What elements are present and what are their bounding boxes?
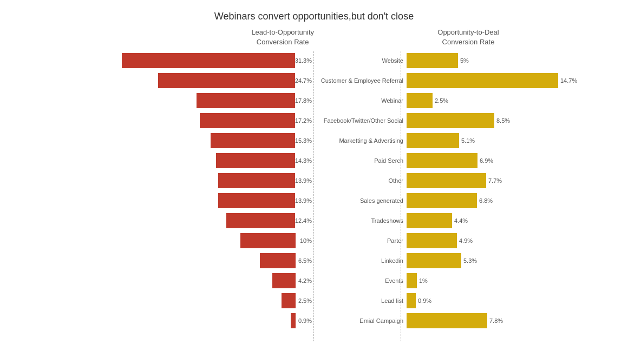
- left-bar-value: 31.3%: [295, 57, 312, 64]
- left-bar-value: 2.5%: [296, 297, 312, 304]
- left-bar-value: 12.4%: [295, 217, 312, 224]
- right-bar-value: 2.5%: [435, 97, 448, 104]
- right-category-label: Paid Serch: [314, 157, 403, 164]
- left-bar: [218, 193, 295, 208]
- right-title-line1: Opportunity-to-Deal: [437, 28, 499, 36]
- left-bar: [272, 273, 296, 288]
- right-bar-value: 7.7%: [488, 177, 502, 184]
- left-bar: [216, 153, 295, 168]
- right-category-label: Linkedin: [314, 257, 403, 264]
- right-bar-value: 4.9%: [459, 237, 473, 244]
- right-bar-value: 14.7%: [560, 77, 577, 84]
- right-category-label: Facebook/Twitter/Other Social: [314, 117, 403, 124]
- left-bar-row: 17.8%: [5, 91, 314, 110]
- left-title-line1: Lead-to-Opportunity: [251, 28, 314, 36]
- left-bar: [197, 93, 295, 108]
- right-bar-value: 1%: [419, 277, 428, 284]
- right-bar: [407, 133, 459, 148]
- left-bar-row: 17.2%: [5, 111, 314, 130]
- main-title: Webinars convert opportunities,but don't…: [5, 11, 623, 22]
- right-category-label: Customer & Employee Referral: [314, 77, 403, 84]
- right-bar-value: 5%: [460, 57, 469, 64]
- left-bar-value: 10%: [296, 237, 312, 244]
- charts-wrapper: Lead-to-Opportunity Conversion Rate 31.3…: [5, 28, 623, 341]
- right-category-label: Emial Campaign: [314, 317, 403, 324]
- left-bar-row: 4.2%: [5, 272, 314, 290]
- right-bar: [407, 253, 461, 268]
- left-bar: [260, 253, 296, 268]
- right-bar-row: Marketting & Advertising 5.1%: [314, 131, 623, 150]
- right-bar: [407, 113, 494, 128]
- right-category-label: Lead list: [314, 297, 403, 304]
- left-bar-row: 15.3%: [5, 131, 314, 150]
- right-title-line2: Conversion Rate: [442, 38, 495, 46]
- right-category-label: Parter: [314, 237, 403, 244]
- right-bar-row: Emial Campaign 7.8%: [314, 312, 623, 330]
- right-bar-row: Customer & Employee Referral 14.7%: [314, 71, 623, 90]
- left-bar-value: 24.7%: [295, 77, 312, 84]
- right-bar: [407, 193, 477, 208]
- left-bar-row: 31.3%: [5, 51, 314, 70]
- right-chart: Opportunity-to-Deal Conversion Rate Webs…: [314, 28, 623, 341]
- right-bar: [407, 53, 458, 68]
- left-bar-value: 6.5%: [296, 257, 312, 264]
- right-bar-value: 4.4%: [454, 217, 468, 224]
- right-bar: [407, 233, 457, 248]
- left-bar-value: 4.2%: [296, 277, 312, 284]
- right-bar-row: Webinar 2.5%: [314, 91, 623, 110]
- left-bar-row: 6.5%: [5, 252, 314, 270]
- right-bar-row: Paid Serch 6.9%: [314, 151, 623, 170]
- left-bar-row: 10%: [5, 231, 314, 250]
- left-bar-row: 0.9%: [5, 312, 314, 330]
- right-category-label: Other: [314, 177, 403, 184]
- right-bar: [407, 293, 416, 308]
- right-bar-value: 5.3%: [463, 257, 477, 264]
- left-bar: [211, 133, 295, 148]
- right-bars-content: Website 5% Customer & Employee Referral …: [314, 51, 623, 332]
- right-bar-value: 6.8%: [479, 197, 493, 204]
- right-category-label: Website: [314, 57, 403, 64]
- left-bar-value: 13.9%: [295, 177, 312, 184]
- right-bar-row: Lead list 0.9%: [314, 292, 623, 310]
- left-bar-row: 14.3%: [5, 151, 314, 170]
- left-bar: [158, 73, 295, 88]
- right-bar-row: Tradeshows 4.4%: [314, 211, 623, 230]
- right-bar: [407, 213, 452, 228]
- left-bar-row: 2.5%: [5, 292, 314, 310]
- left-bar-row: 24.7%: [5, 71, 314, 90]
- right-bar-value: 6.9%: [480, 157, 493, 164]
- left-bar-value: 15.3%: [295, 137, 312, 144]
- right-bar: [407, 93, 433, 108]
- right-dashed-line: [401, 51, 401, 341]
- left-title-line2: Conversion Rate: [257, 38, 309, 46]
- left-bar-value: 17.8%: [295, 97, 312, 104]
- right-bar: [407, 273, 417, 288]
- right-bar: [407, 313, 487, 328]
- right-bar-row: Sales generated 6.8%: [314, 191, 623, 210]
- left-bar: [291, 313, 296, 328]
- left-bars-area: 31.3% 24.7% 17.8% 17.2% 15.3% 14.3% 13.9…: [5, 51, 314, 341]
- left-bar: [122, 53, 295, 68]
- right-bar-value: 8.5%: [496, 117, 510, 124]
- left-bar-value: 14.3%: [295, 157, 312, 164]
- right-bar-row: Website 5%: [314, 51, 623, 70]
- left-bar: [226, 213, 295, 228]
- right-category-label: Events: [314, 277, 403, 284]
- left-bar: [218, 173, 295, 188]
- left-bar-value: 13.9%: [295, 197, 312, 204]
- right-category-label: Tradeshows: [314, 217, 403, 224]
- chart-container: Webinars convert opportunities,but don't…: [0, 0, 628, 364]
- left-bar: [200, 113, 295, 128]
- left-bar-row: 12.4%: [5, 211, 314, 230]
- right-bar-row: Other 7.7%: [314, 171, 623, 190]
- left-bar: [282, 293, 296, 308]
- right-bar: [407, 153, 477, 168]
- right-bar-row: Facebook/Twitter/Other Social 8.5%: [314, 111, 623, 130]
- right-bar-value: 0.9%: [418, 297, 431, 304]
- left-bars-content: 31.3% 24.7% 17.8% 17.2% 15.3% 14.3% 13.9…: [5, 51, 314, 332]
- left-bar-row: 13.9%: [5, 171, 314, 190]
- right-bar-value: 5.1%: [461, 137, 475, 144]
- left-bar-value: 17.2%: [295, 117, 312, 124]
- right-bar-row: Events 1%: [314, 272, 623, 290]
- right-bars-area: Website 5% Customer & Employee Referral …: [314, 51, 623, 341]
